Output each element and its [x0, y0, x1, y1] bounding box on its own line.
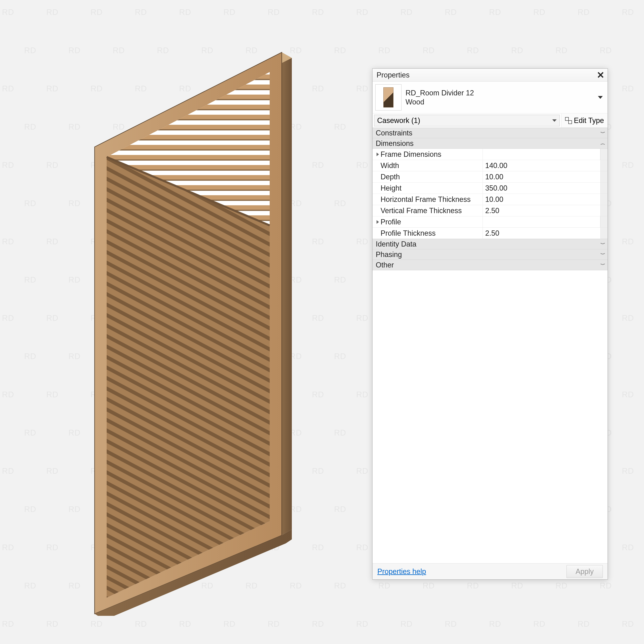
value-hft[interactable]: 10.00: [483, 194, 600, 205]
expand-triangle-icon: [377, 220, 379, 224]
family-type: Wood: [406, 97, 594, 106]
row-width: Width 140.00: [373, 160, 608, 171]
family-name: RD_Room Divider 12: [406, 88, 594, 97]
edit-type-label: Edit Type: [574, 116, 604, 125]
chevron-down-icon: [552, 119, 557, 122]
close-icon: ✕: [597, 70, 605, 81]
expand-triangle-icon: [377, 153, 379, 156]
label-width: Width: [373, 160, 483, 171]
label-height: Height: [373, 183, 483, 194]
row-frame-dimensions[interactable]: Frame Dimensions: [373, 149, 608, 160]
group-constraints[interactable]: Constraints ︾: [373, 128, 608, 138]
label-profile-thickness: Profile Thickness: [373, 228, 483, 239]
value-width[interactable]: 140.00: [483, 160, 600, 171]
category-row: Casework (1) Edit Type: [373, 114, 608, 128]
family-type-selector[interactable]: RD_Room Divider 12 Wood: [373, 82, 608, 114]
svg-marker-10: [107, 157, 270, 598]
apply-button[interactable]: Apply: [567, 565, 603, 578]
group-identity-data[interactable]: Identity Data ︾: [373, 239, 608, 249]
collapse-icon: ︾: [600, 242, 604, 247]
collapse-icon: ︾: [600, 252, 604, 257]
chevron-down-icon: [598, 96, 603, 99]
value-height[interactable]: 350.00: [483, 183, 600, 194]
group-dimensions[interactable]: Dimensions ︽: [373, 138, 608, 149]
value-depth[interactable]: 10.00: [483, 171, 600, 182]
row-horizontal-frame-thickness: Horizontal Frame Thickness 10.00: [373, 194, 608, 205]
expand-icon: ︽: [600, 141, 604, 146]
properties-help-link[interactable]: Properties help: [377, 567, 426, 576]
family-type-text: RD_Room Divider 12 Wood: [406, 88, 594, 106]
label-hft: Horizontal Frame Thickness: [373, 194, 483, 205]
edit-type-button[interactable]: Edit Type: [561, 114, 608, 128]
category-dropdown[interactable]: Casework (1): [374, 115, 560, 126]
value-profile-thickness[interactable]: 2.50: [483, 228, 600, 239]
row-depth: Depth 10.00: [373, 171, 608, 183]
category-label: Casework (1): [377, 116, 420, 125]
collapse-icon: ︾: [600, 131, 604, 136]
model-viewport[interactable]: [56, 24, 308, 616]
row-profile[interactable]: Profile: [373, 216, 608, 228]
family-thumbnail: [375, 84, 401, 110]
close-button[interactable]: ✕: [595, 70, 606, 80]
properties-panel: Properties ✕ RD_Room Divider 12 Wood Cas…: [372, 68, 608, 580]
edit-type-icon: [565, 117, 572, 124]
svg-marker-5: [282, 52, 292, 535]
label-depth: Depth: [373, 171, 483, 182]
row-height: Height 350.00: [373, 183, 608, 194]
panel-header: Properties ✕: [373, 69, 608, 82]
label-vft: Vertical Frame Thickness: [373, 205, 483, 216]
panel-footer: Properties help Apply: [373, 563, 608, 579]
group-other[interactable]: Other ︾: [373, 260, 608, 270]
value-vft[interactable]: 2.50: [483, 205, 600, 216]
collapse-icon: ︾: [600, 262, 604, 267]
group-phasing[interactable]: Phasing ︾: [373, 249, 608, 260]
row-profile-thickness: Profile Thickness 2.50: [373, 228, 608, 239]
room-divider-3d: [56, 24, 308, 616]
panel-title: Properties: [377, 71, 410, 79]
row-vertical-frame-thickness: Vertical Frame Thickness 2.50: [373, 205, 608, 216]
properties-body: Constraints ︾ Dimensions ︽ Frame Dimensi…: [373, 128, 608, 563]
